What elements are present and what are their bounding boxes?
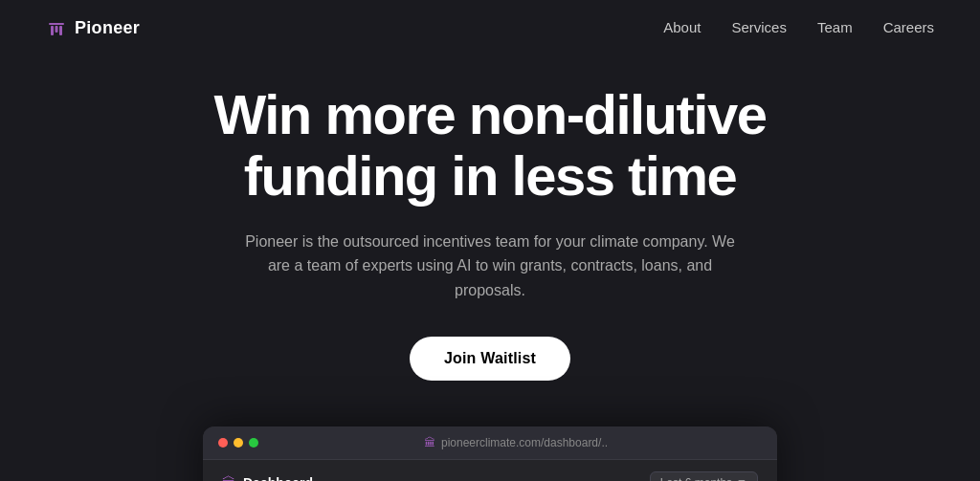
url-logo-icon: 🏛 — [424, 436, 435, 449]
hero-subtitle: Pioneer is the outsourced incentives tea… — [241, 230, 739, 303]
brand-name: Pioneer — [75, 18, 140, 38]
nav-link-careers[interactable]: Careers — [883, 19, 934, 35]
close-dot — [218, 438, 228, 448]
navbar: Pioneer About Services Team Careers — [0, 0, 980, 55]
svg-rect-0 — [49, 23, 64, 25]
nav-item-careers[interactable]: Careers — [883, 19, 934, 36]
nav-links: About Services Team Careers — [663, 19, 934, 36]
url-text: pioneerclimate.com/dashboard/.. — [441, 436, 608, 449]
nav-link-services[interactable]: Services — [731, 19, 787, 35]
minimize-dot — [234, 438, 243, 448]
browser-dots — [218, 438, 258, 448]
dashboard-title: Dashboard — [243, 475, 313, 481]
dashboard-icon: 🏛 — [222, 475, 235, 481]
nav-link-about[interactable]: About — [663, 19, 701, 35]
logo[interactable]: Pioneer — [46, 17, 140, 38]
filter-label: Last 6 months — [660, 476, 732, 481]
hero-section: Win more non-dilutive funding in less ti… — [0, 55, 980, 481]
chevron-down-icon: ▼ — [736, 476, 747, 481]
join-waitlist-button[interactable]: Join Waitlist — [410, 337, 570, 381]
logo-icon — [46, 17, 67, 38]
dashboard-filter[interactable]: Last 6 months ▼ — [650, 471, 758, 481]
nav-item-about[interactable]: About — [663, 19, 701, 36]
hero-title: Win more non-dilutive funding in less ti… — [155, 84, 825, 207]
dashboard-title-area: 🏛 Dashboard — [222, 475, 313, 481]
svg-rect-2 — [59, 26, 62, 35]
browser-bar: 🏛 pioneerclimate.com/dashboard/.. — [203, 426, 777, 460]
nav-item-team[interactable]: Team — [817, 19, 853, 36]
dashboard-preview: 🏛 pioneerclimate.com/dashboard/.. 🏛 Dash… — [203, 426, 777, 481]
svg-rect-3 — [56, 26, 58, 33]
nav-item-services[interactable]: Services — [731, 19, 787, 36]
svg-rect-1 — [51, 26, 54, 35]
maximize-dot — [249, 438, 258, 448]
nav-link-team[interactable]: Team — [817, 19, 853, 35]
browser-url-bar: 🏛 pioneerclimate.com/dashboard/.. — [270, 436, 762, 449]
dashboard-header: 🏛 Dashboard Last 6 months ▼ — [203, 460, 777, 481]
